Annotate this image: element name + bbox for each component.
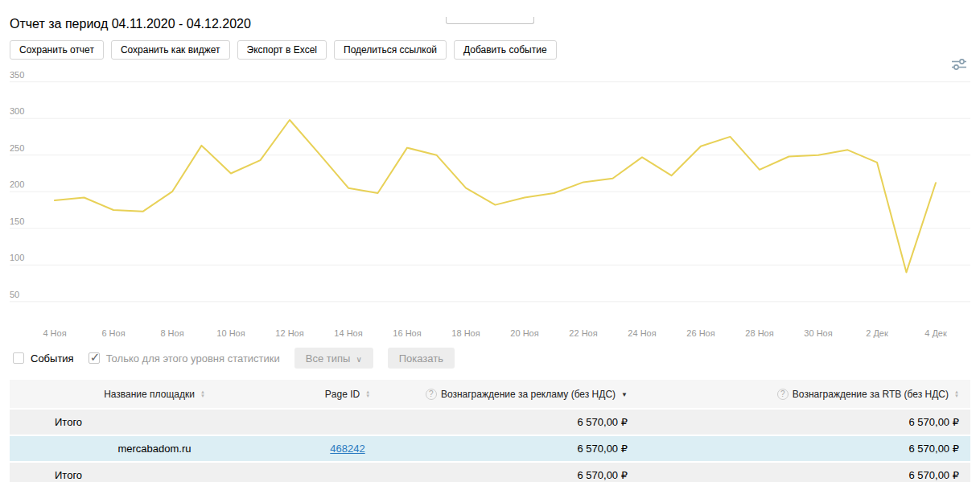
- export-excel-button[interactable]: Экспорт в Excel: [237, 40, 327, 60]
- table-row-total-bottom: Итого 6 570,00 ₽ 6 570,00 ₽: [10, 463, 970, 482]
- ad-reward-value: 6 570,00 ₽: [396, 436, 639, 461]
- total-label: Итого: [10, 463, 299, 482]
- svg-text:200: 200: [10, 179, 24, 189]
- table-row-site[interactable]: mercabadom.ru 468242 6 570,00 ₽ 6 570,00…: [10, 436, 970, 461]
- toolbar: Сохранить отчет Сохранить как виджет Экс…: [10, 40, 980, 60]
- svg-text:22 Ноя: 22 Ноя: [569, 328, 597, 338]
- empty-cell: [299, 410, 396, 435]
- page-id-cell: 468242: [299, 436, 396, 461]
- rtb-reward-value: 6 570,00 ₽: [639, 436, 970, 461]
- page-id-link[interactable]: 468242: [330, 443, 364, 455]
- svg-text:24 Ноя: 24 Ноя: [628, 328, 656, 338]
- share-link-button[interactable]: Поделиться ссылкой: [334, 40, 447, 60]
- svg-text:250: 250: [10, 143, 24, 153]
- events-checkbox-label: События: [31, 352, 74, 365]
- col-header-site-name-label: Название площадки: [104, 389, 195, 400]
- chart-controls: События Только для этого уровня статисти…: [13, 348, 980, 369]
- svg-text:8 Ноя: 8 Ноя: [160, 328, 183, 338]
- chart-settings-icon[interactable]: [951, 59, 967, 70]
- table-row-total-top: Итого 6 570,00 ₽ 6 570,00 ₽: [10, 410, 970, 435]
- only-this-level-label: Только для этого уровня статистики: [106, 352, 280, 365]
- col-header-site-name[interactable]: Название площадки: [10, 380, 299, 408]
- sort-icon: [365, 390, 370, 398]
- svg-text:4 Ноя: 4 Ноя: [43, 328, 66, 338]
- events-checkbox[interactable]: События: [13, 352, 74, 365]
- svg-text:16 Ноя: 16 Ноя: [393, 328, 421, 338]
- svg-text:50: 50: [10, 290, 19, 299]
- rtb-reward-value: 6 570,00 ₽: [639, 410, 970, 435]
- col-header-page-id[interactable]: Page ID: [299, 380, 396, 408]
- svg-text:300: 300: [10, 106, 24, 116]
- stats-table: Название площадки Page ID Вознаграждение…: [10, 378, 970, 482]
- svg-text:14 Ноя: 14 Ноя: [334, 328, 362, 338]
- col-header-ad-reward-label: Вознаграждение за рекламу (без НДС): [441, 389, 616, 400]
- checkbox-unchecked-icon: [13, 352, 24, 364]
- clipped-top-button[interactable]: [446, 17, 534, 24]
- svg-text:20 Ноя: 20 Ноя: [510, 328, 538, 338]
- checkbox-checked-icon: [89, 352, 100, 364]
- svg-text:150: 150: [10, 216, 24, 226]
- total-label: Итого: [10, 410, 299, 435]
- table-header-row: Название площадки Page ID Вознаграждение…: [10, 380, 970, 408]
- event-types-dropdown[interactable]: Все типы: [294, 348, 373, 369]
- save-as-widget-button[interactable]: Сохранить как виджет: [111, 40, 230, 60]
- svg-text:4 Дек: 4 Дек: [924, 328, 947, 338]
- svg-text:18 Ноя: 18 Ноя: [451, 328, 480, 338]
- help-icon[interactable]: [426, 389, 437, 400]
- svg-text:30 Ноя: 30 Ноя: [804, 328, 832, 338]
- svg-text:100: 100: [10, 253, 24, 262]
- save-report-button[interactable]: Сохранить отчет: [10, 40, 104, 60]
- sort-icon: [954, 390, 959, 398]
- empty-cell: [299, 463, 396, 482]
- report-page: Отчет за период 04.11.2020 - 04.12.2020 …: [0, 17, 980, 482]
- add-event-button[interactable]: Добавить событие: [454, 40, 557, 60]
- svg-text:6 Ноя: 6 Ноя: [101, 328, 125, 338]
- svg-text:350: 350: [10, 71, 24, 80]
- ad-reward-value: 6 570,00 ₽: [396, 463, 639, 482]
- svg-text:28 Ноя: 28 Ноя: [745, 328, 773, 338]
- svg-text:10 Ноя: 10 Ноя: [216, 328, 245, 338]
- svg-text:2 Дек: 2 Дек: [866, 328, 888, 338]
- col-header-rtb-reward-label: Вознаграждение за RTB (без НДС): [793, 389, 949, 400]
- chart-canvas[interactable]: 501001502002503003504 Ноя6 Ноя8 Ноя10 Но…: [10, 71, 970, 344]
- line-chart: 501001502002503003504 Ноя6 Ноя8 Ноя10 Но…: [10, 71, 970, 344]
- svg-text:12 Ноя: 12 Ноя: [275, 328, 303, 338]
- sort-icon: [200, 390, 205, 398]
- col-header-rtb-reward[interactable]: Вознаграждение за RTB (без НДС): [639, 380, 970, 408]
- col-header-page-id-label: Page ID: [325, 389, 360, 400]
- sort-desc-icon: [621, 391, 628, 398]
- site-name: mercabadom.ru: [10, 436, 299, 461]
- col-header-ad-reward[interactable]: Вознаграждение за рекламу (без НДС): [396, 380, 639, 408]
- rtb-reward-value: 6 570,00 ₽: [639, 463, 970, 482]
- show-button[interactable]: Показать: [388, 348, 455, 369]
- svg-text:26 Ноя: 26 Ноя: [686, 328, 714, 338]
- ad-reward-value: 6 570,00 ₽: [396, 410, 639, 435]
- help-icon[interactable]: [777, 389, 789, 400]
- only-this-level-checkbox[interactable]: Только для этого уровня статистики: [89, 352, 280, 365]
- event-types-dropdown-label: Все типы: [306, 352, 351, 365]
